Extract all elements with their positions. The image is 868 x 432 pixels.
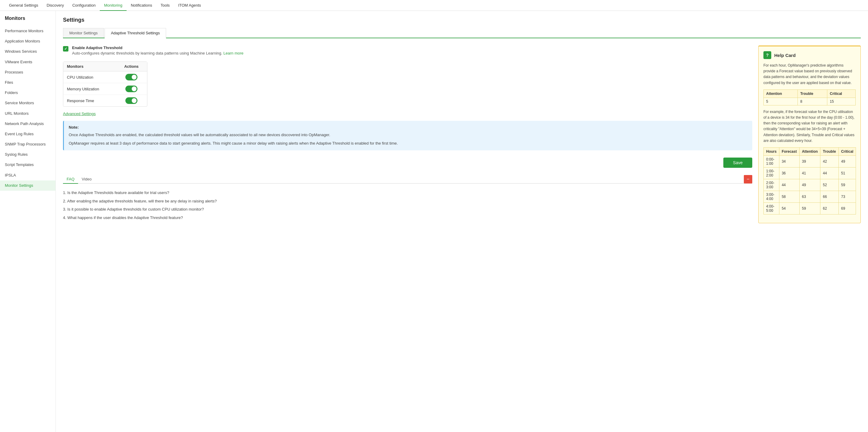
hourly-cell-attention: 41 xyxy=(799,167,820,179)
hourly-cell-hours: 4:00-5:00 xyxy=(764,202,779,214)
sidebar-item-network-path-analysis[interactable]: Network Path Analysis xyxy=(0,119,56,129)
top-nav-item-tools[interactable]: Tools xyxy=(156,0,174,11)
learn-more-link[interactable]: Learn more xyxy=(223,51,243,56)
sidebar-item-snmp-trap-processors[interactable]: SNMP Trap Processors xyxy=(0,139,56,149)
hourly-col-hours: Hours xyxy=(764,147,779,156)
sidebar-item-windows-services[interactable]: Windows Services xyxy=(0,46,56,57)
hourly-col-forecast: Forecast xyxy=(779,147,799,156)
top-nav-item-itom-agents[interactable]: ITOM Agents xyxy=(174,0,205,11)
help-card-header: ? Help Card xyxy=(764,51,856,59)
hourly-cell-trouble: 66 xyxy=(820,191,838,202)
sidebar-item-performance-monitors[interactable]: Performance Monitors xyxy=(0,26,56,36)
hourly-cell-critical: 59 xyxy=(838,179,856,191)
main-layout: Monitors Performance MonitorsApplication… xyxy=(0,11,868,432)
table-row: 1:00-2:0036414451 xyxy=(764,167,856,179)
toggle-switch-cpu[interactable] xyxy=(125,74,137,80)
top-navigation: General SettingsDiscoveryConfigurationMo… xyxy=(0,0,868,11)
sidebar-item-event-log-rules[interactable]: Event Log Rules xyxy=(0,129,56,139)
table-row: CPU Utilization xyxy=(63,71,147,83)
hourly-cell-trouble: 42 xyxy=(820,156,838,167)
enable-description: Auto-configures dynamic thresholds by le… xyxy=(72,51,222,56)
top-nav-item-monitoring[interactable]: Monitoring xyxy=(100,0,127,11)
top-nav-item-general-settings[interactable]: General Settings xyxy=(5,0,42,11)
note-line-1: Once Adaptive Thresholds are enabled, th… xyxy=(69,132,747,138)
top-nav-item-notifications[interactable]: Notifications xyxy=(127,0,156,11)
faq-question: 4. What happens if the user disables the… xyxy=(63,213,752,222)
table-row: 4:00-5:0054596269 xyxy=(764,202,856,214)
sidebar-item-files[interactable]: Files xyxy=(0,77,56,88)
hourly-cell-hours: 0:00-1:00 xyxy=(764,156,779,167)
sidebar-item-application-monitors[interactable]: Application Monitors xyxy=(0,36,56,46)
hourly-cell-critical: 73 xyxy=(838,191,856,202)
hourly-cell-critical: 49 xyxy=(838,156,856,167)
hourly-cell-hours: 2:00-3:00 xyxy=(764,179,779,191)
sidebar-item-url-monitors[interactable]: URL Monitors xyxy=(0,108,56,119)
top-nav-item-configuration[interactable]: Configuration xyxy=(68,0,100,11)
help-card-title: Help Card xyxy=(774,53,796,58)
monitor-response: Response Time xyxy=(67,99,119,103)
help-card: ? Help Card For each hour, OpManager's p… xyxy=(758,45,861,223)
sidebar-item-processes[interactable]: Processes xyxy=(0,67,56,77)
faq-tab-video[interactable]: Video xyxy=(78,175,95,183)
hourly-cell-trouble: 44 xyxy=(820,167,838,179)
faq-close-button[interactable]: − xyxy=(744,175,752,184)
hourly-cell-hours: 3:00-4:00 xyxy=(764,191,779,202)
sidebar: Monitors Performance MonitorsApplication… xyxy=(0,11,56,432)
sidebar-item-monitor-settings[interactable]: Monitor Settings xyxy=(0,180,56,191)
monitors-table: Monitors Actions CPU Utilization Memory … xyxy=(63,62,147,107)
deviation-attention-val: 5 xyxy=(764,98,798,105)
content-area: Enable Adaptive Threshold Auto-configure… xyxy=(63,45,861,223)
toggle-switch-response[interactable] xyxy=(125,97,137,104)
faq-question: 1. Is the Adaptive Thresholds feature av… xyxy=(63,189,752,197)
save-button[interactable]: Save xyxy=(723,158,752,168)
monitors-table-header: Monitors Actions xyxy=(63,62,147,71)
advanced-settings-link[interactable]: Advanced Settings xyxy=(63,111,96,116)
hourly-cell-attention: 49 xyxy=(799,179,820,191)
faq-list: 1. Is the Adaptive Thresholds feature av… xyxy=(63,189,752,222)
top-nav-item-discovery[interactable]: Discovery xyxy=(42,0,68,11)
deviation-critical-val: 15 xyxy=(827,98,856,105)
hourly-col-trouble: Trouble xyxy=(820,147,838,156)
sidebar-item-ipsla[interactable]: IPSLA xyxy=(0,170,56,180)
sidebar-item-script-templates[interactable]: Script Templates xyxy=(0,160,56,170)
toggle-switch-memory[interactable] xyxy=(125,86,137,92)
sidebar-item-folders[interactable]: Folders xyxy=(0,88,56,98)
sidebar-item-service-monitors[interactable]: Service Monitors xyxy=(0,98,56,108)
sidebar-item-vmware-events[interactable]: VMware Events xyxy=(0,57,56,67)
hourly-cell-forecast: 36 xyxy=(779,167,799,179)
monitor-memory: Memory Utilization xyxy=(67,87,119,91)
hourly-cell-trouble: 62 xyxy=(820,202,838,214)
hourly-cell-attention: 59 xyxy=(799,202,820,214)
hourly-col-attention: Attention xyxy=(799,147,820,156)
faq-section: FAQ Video − 1. Is the Adaptive Threshold… xyxy=(63,175,752,222)
faq-question: 2. After enabling the adaptive threshold… xyxy=(63,197,752,205)
help-card-intro: For each hour, OpManager's predictive al… xyxy=(764,63,856,86)
enable-checkbox[interactable] xyxy=(63,46,68,52)
hourly-cell-hours: 1:00-2:00 xyxy=(764,167,779,179)
page-title: Settings xyxy=(63,17,861,23)
hourly-cell-forecast: 44 xyxy=(779,179,799,191)
table-row: 5 8 15 xyxy=(764,98,856,105)
note-box: Note: Once Adaptive Thresholds are enabl… xyxy=(63,121,752,150)
hourly-col-critical: Critical xyxy=(838,147,856,156)
checkbox-checked[interactable] xyxy=(63,46,68,52)
enable-title: Enable Adaptive Threshold xyxy=(72,45,244,50)
note-line-2: OpManager requires at least 3 days of pe… xyxy=(69,140,747,146)
toggle-cpu[interactable] xyxy=(119,74,144,80)
faq-tab-faq[interactable]: FAQ xyxy=(63,175,78,184)
toggle-memory[interactable] xyxy=(119,86,144,92)
col-actions-header: Actions xyxy=(119,64,144,69)
enable-text: Enable Adaptive Threshold Auto-configure… xyxy=(72,45,244,56)
toggle-response[interactable] xyxy=(119,97,144,104)
tab-adaptive-threshold-settings[interactable]: Adaptive Threshold Settings xyxy=(104,28,166,38)
sidebar-item-syslog-rules[interactable]: Syslog Rules xyxy=(0,149,56,160)
faq-question: 3. Is it possible to enable Adaptive thr… xyxy=(63,205,752,213)
tab-monitor-settings[interactable]: Monitor Settings xyxy=(63,28,104,38)
hourly-cell-critical: 51 xyxy=(838,167,856,179)
hourly-cell-forecast: 54 xyxy=(779,202,799,214)
hourly-cell-critical: 69 xyxy=(838,202,856,214)
deviation-col-critical: Critical xyxy=(827,90,856,98)
table-row: 0:00-1:0034394249 xyxy=(764,156,856,167)
deviation-table: Attention Trouble Critical 5 8 15 xyxy=(764,90,856,105)
main-content: Settings Monitor SettingsAdaptive Thresh… xyxy=(56,11,868,432)
